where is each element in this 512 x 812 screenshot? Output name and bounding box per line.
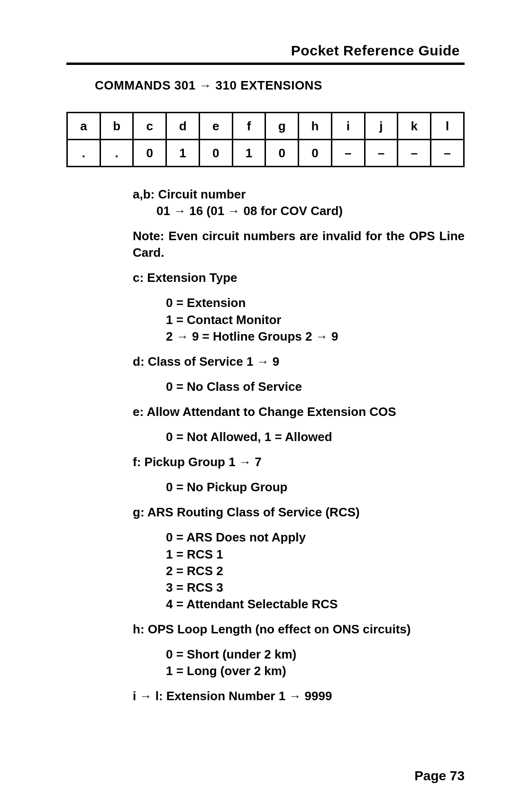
def-c: c: Extension Type <box>133 270 465 286</box>
header-rule <box>66 63 465 65</box>
body-content: a,b: Circuit number 01 → 16 (01 → 08 for… <box>133 186 465 704</box>
val-d: 1 <box>166 140 200 167</box>
val-e: 0 <box>199 140 232 167</box>
note-block: Note: Even circuit numbers are invalid f… <box>133 228 465 261</box>
f-item: 0 = No Pickup Group <box>166 479 465 496</box>
note-text: Even circuit numbers are invalid for the… <box>133 229 465 260</box>
ab-label: a,b: Circuit number <box>133 187 246 201</box>
val-a: . <box>67 140 101 167</box>
g-item-0: 0 = ARS Does not Apply <box>166 529 465 546</box>
d-label: d: Class of Service 1 → 9 <box>133 353 465 370</box>
g-items: 0 = ARS Does not Apply 1 = RCS 1 2 = RCS… <box>133 529 465 612</box>
cell-i: i <box>331 113 365 140</box>
e-label: e: Allow Attendant to Change Extension C… <box>133 404 465 420</box>
f-label: f: Pickup Group 1 → 7 <box>133 454 465 470</box>
def-ab: a,b: Circuit number 01 → 16 (01 → 08 for… <box>133 186 465 219</box>
cell-a: a <box>67 113 101 140</box>
table-row-values: . . 0 1 0 1 0 0 – – – – <box>67 140 464 167</box>
cell-e: e <box>199 113 232 140</box>
g-item-4: 4 = Attendant Selectable RCS <box>166 596 465 613</box>
c-label: c: Extension Type <box>133 271 238 285</box>
g-item-3: 3 = RCS 3 <box>166 579 465 596</box>
val-l: – <box>431 140 464 167</box>
val-k: – <box>398 140 431 167</box>
section-title: COMMANDS 301 → 310 EXTENSIONS <box>95 78 465 93</box>
c-item-0: 0 = Extension <box>166 295 465 311</box>
val-j: – <box>365 140 398 167</box>
cell-b: b <box>100 113 133 140</box>
g-item-2: 2 = RCS 2 <box>166 563 465 579</box>
page-number: Page 73 <box>414 768 465 784</box>
h-label: h: OPS Loop Length (no effect on ONS cir… <box>133 621 465 638</box>
ab-detail: 01 → 16 (01 → 08 for COV Card) <box>156 204 343 218</box>
cell-g: g <box>265 113 299 140</box>
h-items: 0 = Short (under 2 km) 1 = Long (over 2 … <box>133 646 465 679</box>
h-item-0: 0 = Short (under 2 km) <box>166 646 465 663</box>
c-items: 0 = Extension 1 = Contact Monitor 2 → 9 … <box>133 295 465 344</box>
page-container: Pocket Reference Guide COMMANDS 301 → 31… <box>0 0 512 812</box>
field-table: a b c d e f g h i j k l . . 0 1 0 1 0 0 … <box>66 112 465 167</box>
h-item-1: 1 = Long (over 2 km) <box>166 663 465 679</box>
val-c: 0 <box>133 140 166 167</box>
val-f: 1 <box>232 140 265 167</box>
il-label: i → l: Extension Number 1 → 9999 <box>133 688 465 704</box>
g-item-1: 1 = RCS 1 <box>166 546 465 563</box>
cell-j: j <box>365 113 398 140</box>
g-label: g: ARS Routing Class of Service (RCS) <box>133 504 465 521</box>
cell-f: f <box>232 113 265 140</box>
val-i: – <box>331 140 365 167</box>
d-item: 0 = No Class of Service <box>166 379 465 395</box>
e-item: 0 = Not Allowed, 1 = Allowed <box>166 429 465 445</box>
cell-c: c <box>133 113 166 140</box>
c-item-1: 1 = Contact Monitor <box>166 312 465 328</box>
val-h: 0 <box>299 140 332 167</box>
cell-k: k <box>398 113 431 140</box>
cell-d: d <box>166 113 200 140</box>
val-b: . <box>100 140 133 167</box>
table-row-headers: a b c d e f g h i j k l <box>67 113 464 140</box>
c-item-2: 2 → 9 = Hotline Groups 2 → 9 <box>166 328 465 345</box>
cell-h: h <box>299 113 332 140</box>
header-title: Pocket Reference Guide <box>66 43 465 59</box>
cell-l: l <box>431 113 464 140</box>
val-g: 0 <box>265 140 299 167</box>
note-label: Note: <box>133 229 164 243</box>
